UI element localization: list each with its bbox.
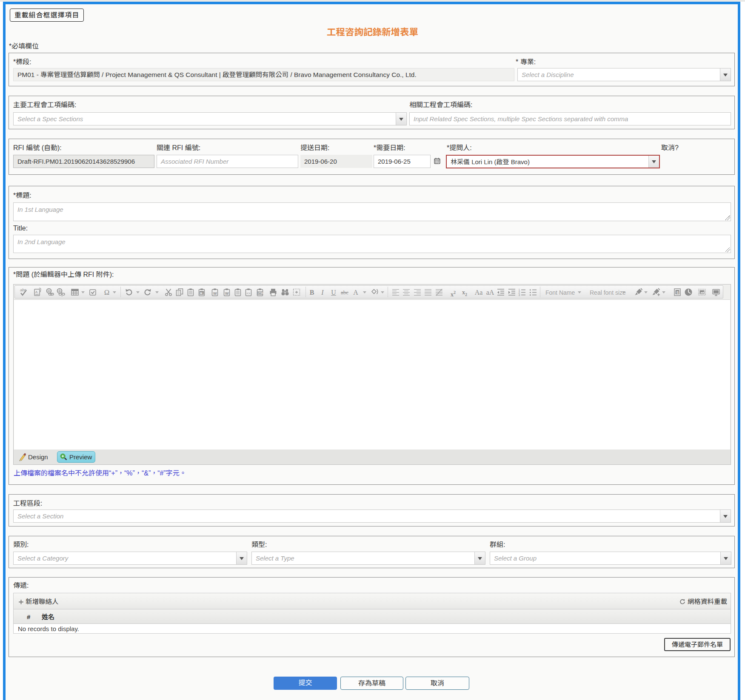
svg-text:S: S: [676, 290, 679, 295]
svg-text:M↓: M↓: [200, 292, 204, 295]
svg-text:HTML: HTML: [258, 292, 264, 294]
svg-text:<>: <>: [247, 291, 251, 295]
svg-text:A: A: [35, 290, 38, 294]
svg-text:3: 3: [519, 293, 520, 296]
svg-text:W: W: [213, 291, 217, 296]
svg-text:W: W: [225, 291, 229, 296]
